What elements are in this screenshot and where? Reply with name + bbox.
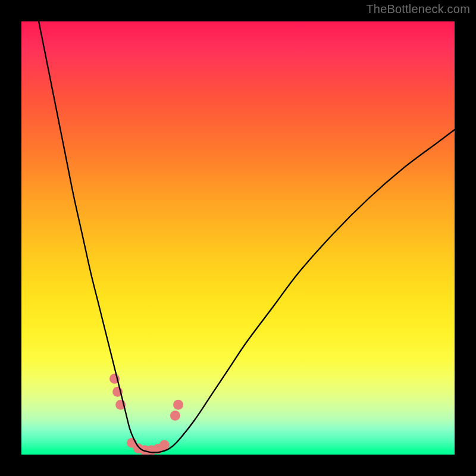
marker-dot bbox=[173, 400, 183, 410]
chart-svg bbox=[21, 21, 455, 455]
watermark-text: TheBottleneck.com bbox=[366, 2, 470, 16]
plot-area bbox=[21, 21, 455, 455]
marker-dot bbox=[159, 440, 170, 450]
marker-layer bbox=[109, 374, 183, 455]
marker-dot bbox=[170, 411, 180, 421]
chart-frame: TheBottleneck.com bbox=[0, 0, 476, 476]
bottleneck-curve bbox=[39, 21, 455, 453]
